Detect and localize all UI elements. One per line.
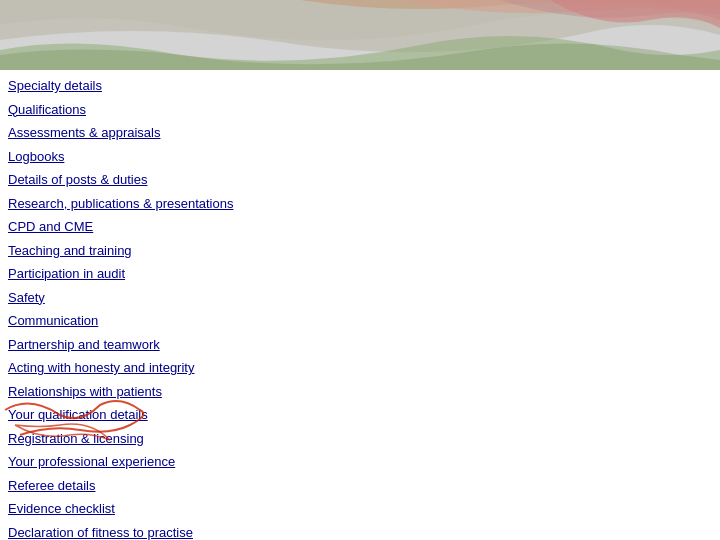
- nav-link-teaching[interactable]: Teaching and training: [8, 243, 132, 258]
- nav-item-relationships[interactable]: Relationships with patients: [8, 380, 712, 404]
- nav-link-specialty-details[interactable]: Specialty details: [8, 78, 102, 93]
- nav-item-declaration-fitness[interactable]: Declaration of fitness to practise: [8, 521, 712, 541]
- header-banner: [0, 0, 720, 70]
- nav-link-safety[interactable]: Safety: [8, 290, 45, 305]
- nav-link-assessments[interactable]: Assessments & appraisals: [8, 125, 160, 140]
- nav-link-research[interactable]: Research, publications & presentations: [8, 196, 233, 211]
- nav-item-qualifications[interactable]: Qualifications: [8, 98, 712, 122]
- nav-item-teaching[interactable]: Teaching and training: [8, 239, 712, 263]
- nav-item-referee-details[interactable]: Referee details: [8, 474, 712, 498]
- nav-link-audit[interactable]: Participation in audit: [8, 266, 125, 281]
- nav-link-evidence-checklist[interactable]: Evidence checklist: [8, 501, 115, 516]
- nav-item-details-posts[interactable]: Details of posts & duties: [8, 168, 712, 192]
- nav-item-professional-experience[interactable]: Your professional experience: [8, 450, 712, 474]
- nav-link-referee-details[interactable]: Referee details: [8, 478, 95, 493]
- nav-link-details-posts[interactable]: Details of posts & duties: [8, 172, 147, 187]
- nav-item-safety[interactable]: Safety: [8, 286, 712, 310]
- nav-item-honesty[interactable]: Acting with honesty and integrity: [8, 356, 712, 380]
- sidebar-nav: Specialty details Qualifications Assessm…: [0, 70, 720, 540]
- nav-item-audit[interactable]: Participation in audit: [8, 262, 712, 286]
- nav-item-logbooks[interactable]: Logbooks: [8, 145, 712, 169]
- nav-list: Specialty details Qualifications Assessm…: [0, 70, 720, 540]
- nav-link-partnership[interactable]: Partnership and teamwork: [8, 337, 160, 352]
- nav-link-registration-licensing[interactable]: Registration & licensing: [8, 431, 144, 446]
- nav-link-qualification-details[interactable]: Your qualification details: [8, 407, 148, 422]
- nav-item-qualification-details[interactable]: Your qualification details: [8, 403, 712, 427]
- nav-item-partnership[interactable]: Partnership and teamwork: [8, 333, 712, 357]
- nav-link-declaration-fitness[interactable]: Declaration of fitness to practise: [8, 525, 193, 540]
- nav-item-assessments[interactable]: Assessments & appraisals: [8, 121, 712, 145]
- nav-item-cpd[interactable]: CPD and CME: [8, 215, 712, 239]
- nav-item-specialty-details[interactable]: Specialty details: [8, 74, 712, 98]
- nav-link-honesty[interactable]: Acting with honesty and integrity: [8, 360, 194, 375]
- nav-item-communication[interactable]: Communication: [8, 309, 712, 333]
- nav-link-relationships[interactable]: Relationships with patients: [8, 384, 162, 399]
- nav-item-evidence-checklist[interactable]: Evidence checklist: [8, 497, 712, 521]
- nav-link-qualifications[interactable]: Qualifications: [8, 102, 86, 117]
- nav-item-registration-licensing[interactable]: Registration & licensing: [8, 427, 712, 451]
- nav-link-logbooks[interactable]: Logbooks: [8, 149, 64, 164]
- nav-link-cpd[interactable]: CPD and CME: [8, 219, 93, 234]
- nav-link-professional-experience[interactable]: Your professional experience: [8, 454, 175, 469]
- nav-link-communication[interactable]: Communication: [8, 313, 98, 328]
- nav-item-research[interactable]: Research, publications & presentations: [8, 192, 712, 216]
